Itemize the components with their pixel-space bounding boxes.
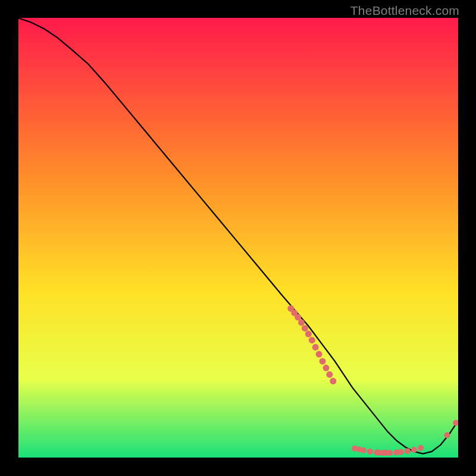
watermark-text: TheBottleneck.com (350, 4, 459, 18)
data-dot (398, 449, 404, 455)
data-dot (320, 358, 326, 365)
data-dot (309, 337, 315, 343)
chart-svg (18, 18, 458, 458)
data-dot (323, 365, 330, 371)
chart-stage: TheBottleneck.com (0, 0, 476, 476)
data-dot (298, 320, 305, 326)
data-dot (444, 433, 450, 439)
data-dot (316, 351, 322, 358)
data-dot (330, 378, 336, 384)
data-dot (302, 325, 308, 331)
plot-area (18, 18, 458, 458)
data-dot (361, 447, 367, 453)
data-dot (326, 371, 333, 378)
data-dot (312, 344, 319, 350)
data-dot (387, 450, 393, 456)
data-dot (418, 445, 424, 451)
gradient-background (18, 18, 458, 458)
data-dot (305, 331, 312, 337)
data-dot (411, 447, 417, 453)
data-dot (405, 448, 411, 454)
data-dot (367, 449, 373, 455)
